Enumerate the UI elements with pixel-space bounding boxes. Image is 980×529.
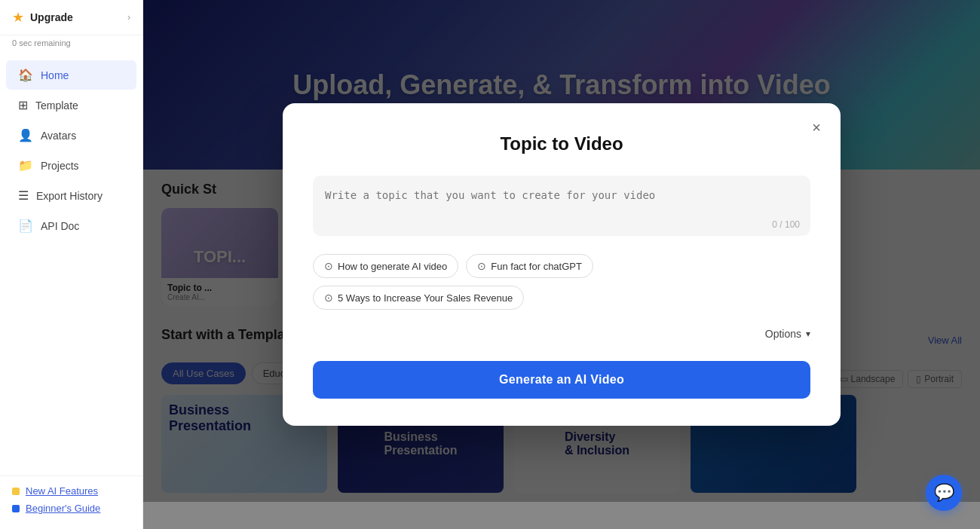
sidebar-item-export-history[interactable]: ☰ Export History xyxy=(6,181,136,210)
time-remaining: 0 sec remaining xyxy=(0,35,142,54)
chat-icon: 💬 xyxy=(934,483,954,503)
chip-label-2: 5 Ways to Increase Your Sales Revenue xyxy=(338,292,513,304)
chip-icon-2: ⊙ xyxy=(324,292,333,304)
textarea-wrap: 0 / 100 xyxy=(313,176,810,239)
beginners-label: Beginner's Guide xyxy=(26,503,100,514)
star-icon: ★ xyxy=(12,9,24,26)
modal-title: Topic to Video xyxy=(313,133,810,154)
options-label: Options xyxy=(765,328,801,340)
new-ai-features-link[interactable]: New AI Features xyxy=(12,485,130,497)
new-ai-dot xyxy=(12,488,20,495)
chip-label-0: How to generate AI video xyxy=(338,261,447,272)
api-doc-icon: 📄 xyxy=(18,219,33,233)
modal-close-button[interactable]: × xyxy=(804,115,828,139)
beginners-guide-link[interactable]: Beginner's Guide xyxy=(12,503,130,514)
upgrade-left: ★ Upgrade xyxy=(12,9,73,26)
generate-ai-video-button[interactable]: Generate an AI Video xyxy=(313,361,810,399)
sidebar: ★ Upgrade › 0 sec remaining 🏠 Home ⊞ Tem… xyxy=(0,0,143,529)
projects-icon: 📁 xyxy=(18,158,33,173)
sidebar-item-home[interactable]: 🏠 Home xyxy=(6,60,136,90)
topic-to-video-modal: × Topic to Video 0 / 100 ⊙ How to genera… xyxy=(283,103,841,426)
sidebar-item-api-doc[interactable]: 📄 API Doc xyxy=(6,211,136,240)
sidebar-nav: 🏠 Home ⊞ Template 👤 Avatars 📁 Projects ☰… xyxy=(0,54,142,475)
chip-icon-1: ⊙ xyxy=(477,260,486,272)
sidebar-item-avatars-label: Avatars xyxy=(41,130,76,142)
chip-icon-0: ⊙ xyxy=(324,260,333,272)
sidebar-item-projects-label: Projects xyxy=(41,160,79,172)
suggestion-chips: ⊙ How to generate AI video ⊙ Fun fact fo… xyxy=(313,254,810,310)
char-count: 0 / 100 xyxy=(772,219,800,230)
suggestion-chip-2[interactable]: ⊙ 5 Ways to Increase Your Sales Revenue xyxy=(313,286,524,310)
chat-bubble-button[interactable]: 💬 xyxy=(926,475,962,511)
beginners-dot xyxy=(12,505,20,512)
sidebar-item-avatars[interactable]: 👤 Avatars xyxy=(6,121,136,150)
options-row[interactable]: Options ▾ xyxy=(313,328,810,340)
template-icon: ⊞ xyxy=(18,98,28,112)
sidebar-footer: New AI Features Beginner's Guide xyxy=(0,475,142,529)
suggestion-chip-0[interactable]: ⊙ How to generate AI video xyxy=(313,254,458,278)
new-ai-label: New AI Features xyxy=(26,485,98,497)
options-chevron-icon: ▾ xyxy=(806,329,810,339)
sidebar-item-template-label: Template xyxy=(35,99,78,112)
sidebar-item-projects[interactable]: 📁 Projects xyxy=(6,151,136,180)
chip-label-1: Fun fact for chatGPT xyxy=(491,261,582,272)
upgrade-section[interactable]: ★ Upgrade › xyxy=(0,0,142,35)
chevron-right-icon: › xyxy=(127,12,130,23)
sidebar-item-export-history-label: Export History xyxy=(36,190,103,202)
export-history-icon: ☰ xyxy=(18,188,29,203)
suggestion-chip-1[interactable]: ⊙ Fun fact for chatGPT xyxy=(466,254,593,278)
sidebar-item-api-doc-label: API Doc xyxy=(41,220,79,232)
home-icon: 🏠 xyxy=(18,68,33,82)
sidebar-item-template[interactable]: ⊞ Template xyxy=(6,90,136,120)
upgrade-label: Upgrade xyxy=(30,11,73,23)
topic-input[interactable] xyxy=(313,176,810,236)
avatars-icon: 👤 xyxy=(18,128,33,142)
sidebar-item-home-label: Home xyxy=(41,69,69,81)
